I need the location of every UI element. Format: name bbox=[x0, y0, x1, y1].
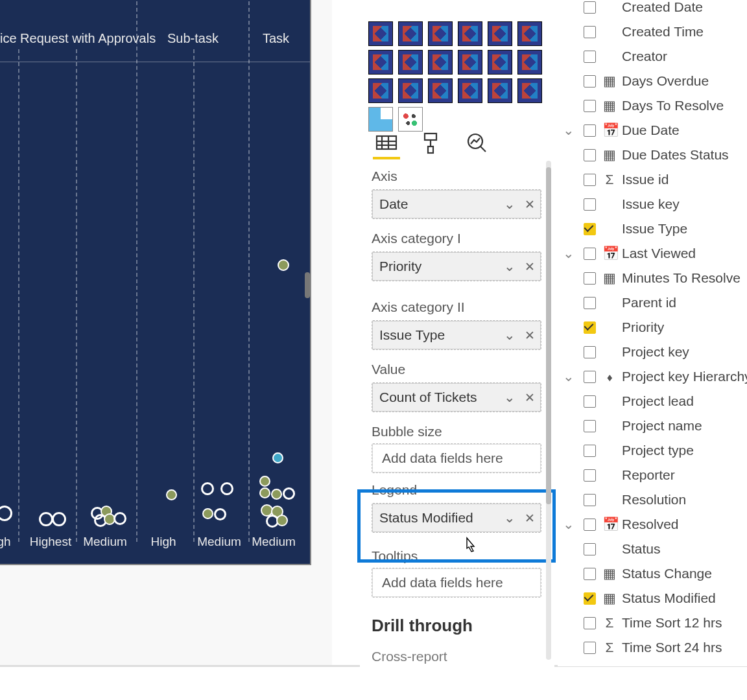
field-checkbox[interactable] bbox=[584, 494, 596, 506]
visual-type-icon[interactable] bbox=[458, 78, 482, 103]
field-checkbox[interactable] bbox=[584, 297, 596, 309]
remove-icon[interactable]: ✕ bbox=[525, 390, 535, 405]
report-canvas[interactable]: ice Request with Approvals Sub-task Task… bbox=[0, 0, 332, 666]
field-checkbox[interactable] bbox=[584, 642, 596, 654]
chevron-down-icon[interactable]: ⌄ bbox=[504, 259, 516, 274]
field-checkbox[interactable] bbox=[584, 124, 596, 137]
visual-type-icon[interactable] bbox=[428, 78, 453, 103]
field-row[interactable]: ▦Days Overdue bbox=[558, 69, 747, 93]
field-checkbox[interactable] bbox=[584, 420, 596, 432]
field-checkbox[interactable] bbox=[584, 272, 596, 285]
visual-type-icon[interactable] bbox=[398, 21, 423, 46]
field-checkbox[interactable] bbox=[584, 568, 596, 580]
field-row[interactable]: ▦Status Change bbox=[558, 561, 747, 586]
field-pill-legend[interactable]: Status Modified ⌄ ✕ bbox=[372, 504, 541, 532]
field-checkbox[interactable] bbox=[584, 543, 596, 555]
field-row[interactable]: Project key bbox=[558, 340, 747, 364]
visual-type-icon[interactable] bbox=[398, 78, 423, 103]
field-row[interactable]: Reporter bbox=[558, 463, 747, 487]
field-checkbox[interactable] bbox=[584, 371, 596, 383]
field-row[interactable]: Resolution bbox=[558, 487, 747, 512]
field-checkbox[interactable] bbox=[584, 445, 596, 457]
tab-format-icon[interactable] bbox=[418, 130, 445, 157]
visual-type-icon[interactable] bbox=[488, 78, 512, 103]
visual-type-icon[interactable] bbox=[368, 107, 393, 132]
field-pill-cat1[interactable]: Priority ⌄ ✕ bbox=[372, 252, 541, 281]
tab-fields-icon[interactable] bbox=[373, 130, 400, 159]
visual-type-icon[interactable] bbox=[458, 21, 482, 46]
field-checkbox[interactable] bbox=[584, 1, 596, 14]
field-row[interactable]: Created Date bbox=[558, 0, 747, 19]
visual-type-icon[interactable] bbox=[488, 21, 512, 46]
field-pill-value[interactable]: Count of Tickets ⌄ ✕ bbox=[372, 383, 541, 412]
visual-type-icon[interactable] bbox=[398, 107, 423, 132]
field-row[interactable]: Parent id bbox=[558, 290, 747, 315]
field-row[interactable]: ⌄📅Resolved bbox=[558, 512, 747, 537]
visual-type-icon[interactable] bbox=[428, 21, 453, 46]
field-row[interactable]: Priority bbox=[558, 315, 747, 340]
field-row[interactable]: Issue Type bbox=[558, 216, 747, 241]
field-row[interactable]: ▦Due Dates Status bbox=[558, 143, 747, 167]
visual-type-icon[interactable] bbox=[517, 21, 542, 46]
visual-type-icon[interactable] bbox=[368, 50, 393, 75]
field-row[interactable]: Project type bbox=[558, 438, 747, 463]
field-checkbox[interactable] bbox=[584, 617, 596, 629]
field-row[interactable]: ▦Days To Resolve bbox=[558, 93, 747, 118]
chevron-down-icon[interactable]: ⌄ bbox=[563, 517, 575, 532]
field-row[interactable]: Project lead bbox=[558, 389, 747, 414]
visual-type-icon[interactable] bbox=[368, 21, 393, 46]
visual-type-icon[interactable] bbox=[458, 50, 482, 75]
field-row[interactable]: ⌄⬧Project key Hierarchy bbox=[558, 364, 747, 389]
field-row[interactable]: ΣTime Sort 12 hrs bbox=[558, 611, 747, 635]
field-checkbox[interactable] bbox=[584, 174, 596, 186]
visual-type-icon[interactable] bbox=[398, 50, 423, 75]
chevron-down-icon[interactable]: ⌄ bbox=[563, 369, 575, 384]
field-checkbox[interactable] bbox=[584, 321, 596, 334]
field-row[interactable]: ΣTime Sort 24 hrs bbox=[558, 635, 747, 660]
drop-target-bubble-size[interactable]: Add data fields here bbox=[372, 444, 541, 472]
visual-type-icon[interactable] bbox=[517, 50, 542, 75]
field-row[interactable]: Creator bbox=[558, 44, 747, 69]
remove-icon[interactable]: ✕ bbox=[525, 511, 535, 526]
field-row[interactable]: Status bbox=[558, 537, 747, 561]
visual-type-icon[interactable] bbox=[428, 50, 453, 75]
scrollbar-thumb[interactable] bbox=[546, 167, 551, 504]
field-checkbox[interactable] bbox=[584, 149, 596, 161]
field-checkbox[interactable] bbox=[584, 75, 596, 88]
field-checkbox[interactable] bbox=[584, 519, 596, 531]
chevron-down-icon[interactable]: ⌄ bbox=[504, 196, 516, 212]
visual-type-icon[interactable] bbox=[517, 78, 542, 103]
remove-icon[interactable]: ✕ bbox=[525, 197, 535, 212]
tab-analytics-icon[interactable] bbox=[464, 130, 491, 157]
field-checkbox[interactable] bbox=[584, 248, 596, 260]
field-pill-axis[interactable]: Date ⌄ ✕ bbox=[372, 190, 541, 218]
field-checkbox[interactable] bbox=[584, 26, 596, 38]
field-checkbox[interactable] bbox=[584, 346, 596, 358]
field-checkbox[interactable] bbox=[584, 51, 596, 63]
visual-type-icon[interactable] bbox=[488, 50, 512, 75]
chart-visual[interactable]: ice Request with Approvals Sub-task Task… bbox=[0, 0, 310, 564]
field-pill-cat2[interactable]: Issue Type ⌄ ✕ bbox=[372, 321, 541, 349]
remove-icon[interactable]: ✕ bbox=[525, 259, 535, 274]
remove-icon[interactable]: ✕ bbox=[525, 328, 535, 343]
field-row[interactable]: Project name bbox=[558, 414, 747, 438]
field-checkbox[interactable] bbox=[584, 469, 596, 482]
drop-target-tooltips[interactable]: Add data fields here bbox=[372, 568, 541, 597]
field-row[interactable]: ▦Minutes To Resolve bbox=[558, 266, 747, 290]
resize-handle[interactable] bbox=[305, 272, 310, 298]
field-checkbox[interactable] bbox=[584, 198, 596, 211]
visual-type-icon[interactable] bbox=[368, 78, 393, 103]
field-row[interactable]: ⌄📅Last Viewed bbox=[558, 241, 747, 266]
field-row[interactable]: Created Time bbox=[558, 19, 747, 44]
field-checkbox[interactable] bbox=[584, 395, 596, 408]
scrollbar-track[interactable] bbox=[546, 161, 551, 660]
chevron-down-icon[interactable]: ⌄ bbox=[504, 327, 516, 343]
field-row[interactable]: ▦Status Modified bbox=[558, 586, 747, 611]
chevron-down-icon[interactable]: ⌄ bbox=[504, 390, 516, 405]
chevron-down-icon[interactable]: ⌄ bbox=[563, 122, 575, 138]
field-checkbox[interactable] bbox=[584, 100, 596, 112]
field-row[interactable]: ΣIssue id bbox=[558, 167, 747, 192]
field-row[interactable]: ⌄📅Due Date bbox=[558, 118, 747, 143]
chevron-down-icon[interactable]: ⌄ bbox=[563, 246, 575, 261]
field-checkbox[interactable] bbox=[584, 223, 596, 235]
